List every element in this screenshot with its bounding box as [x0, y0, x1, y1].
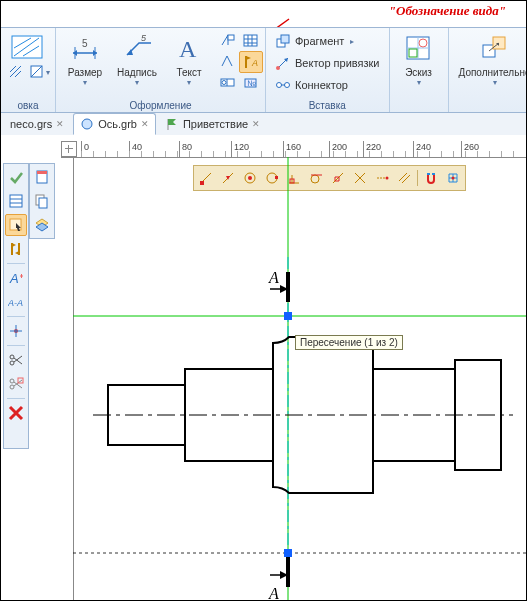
svg-text:5: 5	[82, 38, 88, 49]
svg-rect-13	[281, 35, 289, 43]
svg-rect-23	[10, 195, 22, 207]
fragment-button[interactable]: Фрагмент▸	[270, 30, 385, 52]
svg-rect-24	[10, 219, 21, 230]
vector-button[interactable]: Вектор привязки	[270, 52, 385, 74]
section-letter-top: А	[268, 269, 279, 286]
document-tabs: neco.grs ✕ Ось.grb ✕ Приветствие ✕	[1, 113, 526, 136]
svg-text:A-A: A-A	[8, 298, 23, 308]
format-small-grid: A №	[216, 30, 261, 92]
svg-point-14	[276, 66, 280, 70]
view-toolbar	[29, 163, 55, 239]
svg-point-16	[285, 83, 290, 88]
text-button[interactable]: A Текст ▾	[164, 30, 214, 92]
doc-tab-2[interactable]: Ось.grb ✕	[73, 113, 156, 135]
hatch-opt1[interactable]	[5, 62, 27, 82]
select-icon[interactable]	[5, 214, 27, 236]
dimension-button[interactable]: 5 Размер ▾	[60, 30, 110, 92]
section-letter-bottom: А	[268, 585, 279, 600]
doc-icon	[80, 117, 94, 131]
connector-button[interactable]: Коннектор	[270, 74, 385, 96]
properties-icon[interactable]	[5, 190, 27, 212]
svg-text:5: 5	[141, 33, 147, 43]
svg-text:A: A	[9, 271, 19, 286]
layers-icon[interactable]	[31, 214, 53, 236]
extra-button[interactable]: Дополнительно ▾	[453, 30, 528, 92]
svg-point-29	[10, 361, 14, 365]
group-extra: Дополнительно ▾	[449, 28, 528, 112]
group-insert: Фрагмент▸ Вектор привязки Коннектор Вста…	[266, 28, 390, 112]
svg-text:№: №	[247, 79, 256, 88]
hatch-opt2[interactable]: ▾	[29, 62, 51, 82]
sketch-button[interactable]: Эскиз ▾	[394, 30, 444, 92]
scissors2-icon[interactable]	[5, 373, 27, 395]
drawing-canvas[interactable]: А А Пересечение (1 из 2)	[73, 157, 526, 600]
group-hatch: ▾ овка	[1, 28, 56, 112]
ruler-origin[interactable]	[61, 141, 77, 157]
hatch-label: овка	[5, 98, 51, 112]
svg-point-15	[277, 83, 282, 88]
ok-icon[interactable]	[5, 166, 27, 188]
close-icon[interactable]: ✕	[56, 119, 64, 129]
double-a-icon[interactable]: A-A	[5, 291, 27, 313]
callout-label: "Обозначение вида"	[389, 3, 506, 19]
cancel-icon[interactable]	[5, 402, 27, 424]
close-icon[interactable]: ✕	[252, 119, 260, 129]
svg-rect-61	[284, 312, 292, 320]
ribbon: ▾ овка 5 Размер ▾ 5 Надпись ▾ A	[1, 27, 526, 113]
section-mark-bottom: А	[268, 557, 288, 600]
workspace: 0 40 80 120 160 200 220 240 260 A A-A	[1, 135, 526, 600]
group-sketch: Эскиз ▾	[390, 28, 449, 112]
doc-tab-3[interactable]: Приветствие ✕	[158, 113, 267, 135]
svg-text:A: A	[251, 58, 258, 68]
horizontal-ruler[interactable]: 0 40 80 120 160 200 220 240 260	[61, 141, 526, 158]
snap-tooltip: Пересечение (1 из 2)	[295, 335, 403, 350]
page2-icon[interactable]	[31, 190, 53, 212]
svg-point-30	[10, 379, 14, 383]
svg-rect-6	[244, 35, 257, 46]
close-icon[interactable]: ✕	[141, 119, 149, 129]
section-mode-icon[interactable]	[5, 238, 27, 260]
letter-a-icon[interactable]: A	[5, 267, 27, 289]
section-mark-top: А	[268, 269, 288, 302]
page-icon[interactable]	[31, 166, 53, 188]
svg-point-28	[10, 355, 14, 359]
table-btn[interactable]	[239, 30, 263, 52]
automenu-toolbar: A A-A	[3, 163, 29, 449]
hatch-icon[interactable]	[11, 30, 45, 60]
svg-rect-5	[228, 35, 234, 40]
svg-text:A: A	[179, 36, 197, 62]
svg-rect-34	[37, 171, 47, 174]
symbol-btn[interactable]: №	[239, 72, 263, 94]
note-button[interactable]: 5 Надпись ▾	[112, 30, 162, 92]
svg-rect-36	[39, 198, 47, 208]
view-designation-button[interactable]: A	[239, 51, 263, 73]
svg-point-22	[82, 119, 92, 129]
svg-point-31	[10, 385, 14, 389]
scissors1-icon[interactable]	[5, 349, 27, 371]
svg-rect-62	[284, 549, 292, 557]
node-icon[interactable]	[5, 320, 27, 342]
doc-tab-1[interactable]: neco.grs ✕	[3, 113, 71, 135]
group-format: 5 Размер ▾ 5 Надпись ▾ A Текст ▾	[56, 28, 266, 112]
flag-icon	[165, 117, 179, 131]
roughness-btn[interactable]	[216, 51, 240, 73]
datum-btn[interactable]	[216, 30, 240, 52]
tolerance-btn[interactable]	[216, 72, 240, 94]
